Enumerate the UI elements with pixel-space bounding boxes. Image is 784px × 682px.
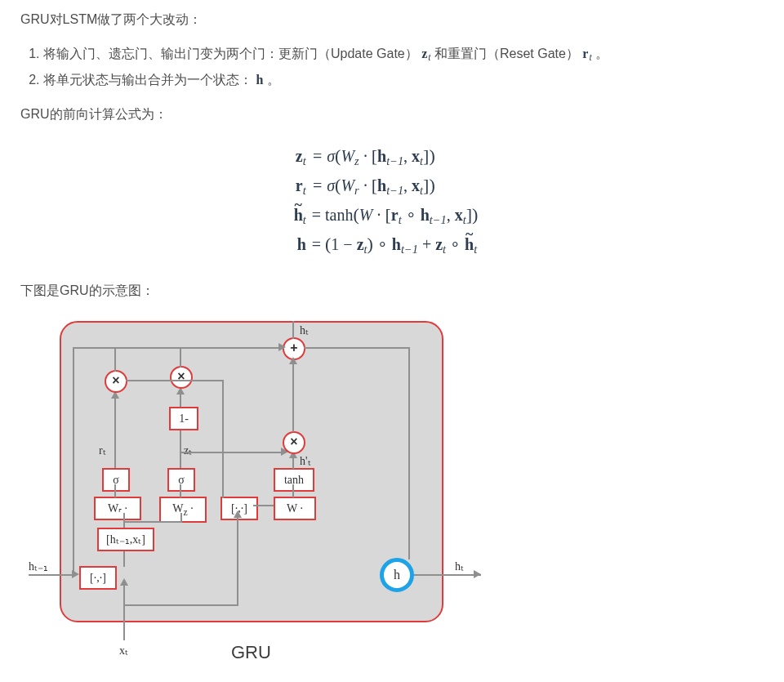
label-h-out-top: hₜ: [300, 321, 309, 341]
h-circle: h: [380, 558, 414, 592]
list-item-1: 将输入门、遗忘门、输出门变为两个门：更新门（Update Gate） zt 和重…: [43, 42, 751, 66]
line-left-v: [73, 347, 74, 576]
line-x-in: [123, 582, 125, 640]
arrow-x-in: [120, 578, 128, 586]
line-wx2: [123, 521, 182, 523]
line-plus-out: [292, 321, 294, 339]
var-h: h: [256, 73, 263, 87]
label-h-out-right: hₜ: [455, 557, 464, 577]
list-item-2: 将单元状态与输出合并为一个状态： h 。: [43, 69, 751, 91]
arrow-to-plus-left: [278, 343, 286, 351]
line-plus-right: [304, 347, 410, 349]
op-mult-r: ×: [105, 370, 127, 393]
formula-intro: GRU的前向计算公式为：: [20, 103, 751, 125]
op-mult-z2: ×: [283, 431, 305, 454]
line-z-right: [180, 452, 285, 453]
box-concat-bottom: [·,·]: [79, 566, 117, 591]
list-item-1-text-b: 和重置门（Reset Gate）: [434, 47, 579, 60]
label-htilde: h'ₜ: [300, 452, 311, 471]
equation-2: rt = σ(Wr · [ht−1, xt]): [294, 171, 479, 200]
box-sigma-z: σ: [167, 468, 195, 493]
line-zmult-plus: [191, 347, 284, 349]
box-bracket-hx: [hₜ₋₁,xₜ]: [97, 528, 154, 552]
line-rmult-right: [126, 380, 224, 381]
label-r: rₜ: [99, 441, 106, 461]
box-wr: Wᵣ ·: [94, 497, 141, 521]
list-item-2-text-b: 。: [267, 73, 280, 87]
gru-diagram: hₜ₋₁ xₜ [·,·] [hₜ₋₁,xₜ] Wᵣ · Wz · [·,·] …: [20, 314, 486, 662]
line-wx1: [123, 513, 125, 528]
var-r: rt: [582, 47, 591, 60]
line-wx3: [180, 513, 182, 523]
line-wr-sigma: [114, 484, 116, 497]
list-item-1-text-c: 。: [595, 47, 608, 60]
equation-1: zt = σ(Wz · [ht−1, xt]): [294, 141, 479, 171]
label-z: zₜ: [184, 441, 192, 461]
equation-block: zt = σ(Wz · [ht−1, xt]) rt = σ(Wr · [ht−…: [294, 141, 479, 259]
arrow-h-out: [474, 570, 481, 578]
box-w: W ·: [274, 497, 316, 521]
line-wz-sigma: [180, 484, 181, 497]
intro-paragraph: GRU对LSTM做了两个大改动：: [20, 8, 751, 30]
arrow-to-plus-bottom: [289, 357, 297, 364]
line-x-across: [124, 604, 238, 606]
diagram-intro: 下图是GRU的示意图：: [20, 279, 751, 301]
box-one-minus: 1-: [169, 407, 198, 431]
line-h-in: [29, 574, 74, 576]
line-right-down: [408, 347, 410, 559]
box-tanh: tanh: [274, 468, 314, 493]
list-item-2-text-a: 将单元状态与输出合并为一个状态：: [43, 73, 252, 87]
change-list: 将输入门、遗忘门、输出门变为两个门：更新门（Update Gate） zt 和重…: [20, 42, 751, 91]
equation-4: h = (1 − zt) ∘ ht−1 + zt ∘ ht: [294, 230, 479, 259]
line-top-zmult: [180, 347, 181, 368]
line-w-tanh: [292, 484, 294, 497]
equation-3: ht = tanh(W · [rt ∘ ht−1, xt]): [294, 200, 479, 230]
var-z: zt: [421, 47, 430, 60]
box-wz: Wz ·: [159, 497, 207, 524]
line-x-up-mid: [237, 513, 238, 606]
arrow-x-up-mid: [234, 510, 242, 518]
line-top-to-rmult: [114, 347, 116, 372]
line-concat-w: [253, 505, 274, 506]
list-item-1-text-a: 将输入门、遗忘门、输出门变为两个门：更新门（Update Gate）: [43, 47, 418, 60]
diagram-title: GRU: [231, 637, 271, 667]
box-sigma-r: σ: [102, 468, 130, 493]
line-zmult2-plus: [292, 360, 294, 432]
label-x-in: xₜ: [119, 641, 128, 661]
line-r-up: [114, 394, 116, 468]
op-mult-z1: ×: [170, 366, 193, 389]
line-rmult-down: [222, 380, 224, 498]
